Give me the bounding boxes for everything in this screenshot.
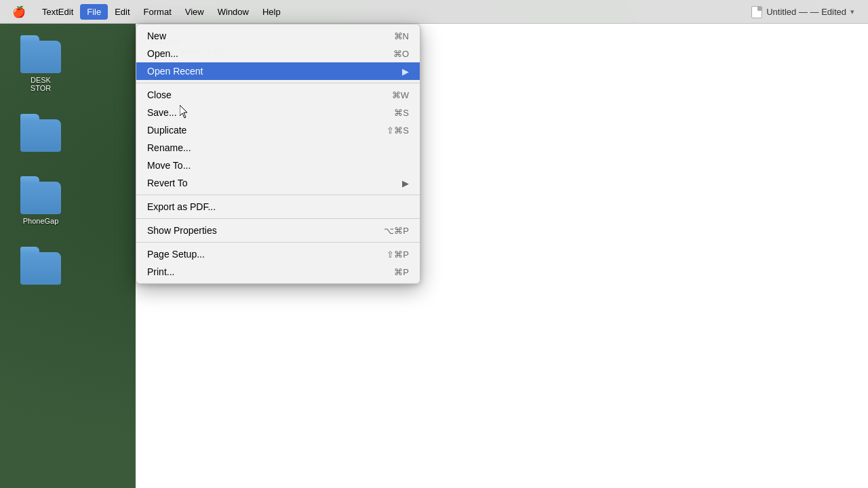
- menubar-format[interactable]: Format: [137, 4, 178, 20]
- desktop-folder-1[interactable]: DESKSTOR: [14, 41, 68, 92]
- desktop-folder-3[interactable]: [14, 252, 68, 287]
- menu-item-revert-to[interactable]: Revert To ▶: [136, 174, 420, 192]
- menu-item-export-pdf[interactable]: Export as PDF...: [136, 198, 420, 216]
- menubar-textedit[interactable]: TextEdit: [35, 4, 80, 20]
- menu-label-duplicate: Duplicate: [147, 125, 186, 136]
- menu-shortcut-page-setup: ⇧⌘P: [387, 249, 409, 260]
- menu-shortcut-open: ⌘O: [393, 49, 409, 59]
- menubar-file[interactable]: File: [80, 4, 108, 20]
- menu-item-move-to[interactable]: Move To...: [136, 157, 420, 174]
- folder-icon-2: [20, 119, 61, 152]
- document-icon: [751, 6, 762, 18]
- separator-2: [136, 195, 420, 195]
- menu-shortcut-print: ⌘P: [394, 267, 409, 277]
- menu-label-open: Open...: [147, 48, 178, 59]
- menu-label-new: New: [147, 30, 166, 41]
- menu-shortcut-revert-to: ▶: [402, 178, 409, 188]
- window-title-name: Untitled: [766, 7, 796, 17]
- menu-label-move-to: Move To...: [147, 160, 191, 171]
- menu-label-export-pdf: Export as PDF...: [147, 201, 216, 212]
- window-title-separator: —: [799, 7, 810, 17]
- menu-shortcut-new: ⌘N: [394, 31, 409, 41]
- menu-shortcut-duplicate: ⇧⌘S: [387, 125, 409, 136]
- menu-label-open-recent: Open Recent: [147, 66, 203, 77]
- window-titlebar: Untitled — — Edited ▾: [751, 0, 854, 24]
- menu-item-open-recent[interactable]: Open Recent ▶: [136, 62, 420, 80]
- desktop-folder-phonegap[interactable]: PhoneGap: [14, 182, 68, 225]
- menu-label-close: Close: [147, 89, 172, 100]
- menu-item-page-setup[interactable]: Page Setup... ⇧⌘P: [136, 245, 420, 263]
- apple-menu[interactable]: 🍎: [5, 3, 33, 21]
- window-title-chevron[interactable]: ▾: [850, 7, 854, 16]
- menubar-help[interactable]: Help: [256, 4, 288, 20]
- menu-label-save: Save...: [147, 107, 177, 118]
- folder-icon-3: [20, 252, 61, 285]
- file-dropdown-menu: New ⌘N Open... ⌘O Open Recent ▶ Close ⌘W…: [136, 24, 420, 284]
- menu-item-new[interactable]: New ⌘N: [136, 27, 420, 45]
- desktop-icons: DESKSTOR PhoneGap: [14, 41, 68, 287]
- menu-shortcut-open-recent: ▶: [402, 66, 409, 77]
- menu-shortcut-save: ⌘S: [394, 108, 409, 118]
- menu-item-rename[interactable]: Rename...: [136, 139, 420, 157]
- menu-item-open[interactable]: Open... ⌘O: [136, 45, 420, 62]
- menu-label-page-setup: Page Setup...: [147, 249, 205, 260]
- menu-shortcut-show-properties: ⌥⌘P: [384, 226, 409, 236]
- desktop-folder-2[interactable]: [14, 119, 68, 155]
- menu-item-save[interactable]: Save... ⌘S: [136, 104, 420, 121]
- separator-3: [136, 218, 420, 219]
- menu-label-print: Print...: [147, 266, 174, 277]
- menu-label-rename: Rename...: [147, 142, 191, 153]
- folder-icon-1: [20, 41, 61, 73]
- menubar: 🍎 TextEdit File Edit Format View Window …: [0, 0, 868, 24]
- menubar-view[interactable]: View: [178, 4, 211, 20]
- menubar-edit[interactable]: Edit: [108, 4, 136, 20]
- menu-item-print[interactable]: Print... ⌘P: [136, 263, 420, 281]
- menu-label-revert-to: Revert To: [147, 178, 188, 188]
- window-title-edited: — Edited: [810, 7, 846, 17]
- folder-label-1: DESKSTOR: [31, 76, 51, 92]
- menu-item-show-properties[interactable]: Show Properties ⌥⌘P: [136, 222, 420, 239]
- menubar-window[interactable]: Window: [211, 4, 256, 20]
- separator-4: [136, 242, 420, 243]
- menu-shortcut-close: ⌘W: [392, 90, 409, 100]
- window-title: Untitled — — Edited: [766, 7, 846, 17]
- menu-label-show-properties: Show Properties: [147, 225, 217, 236]
- separator-1: [136, 83, 420, 83]
- folder-label-phonegap: PhoneGap: [23, 217, 59, 225]
- menu-item-duplicate[interactable]: Duplicate ⇧⌘S: [136, 121, 420, 139]
- folder-icon-phonegap: [20, 182, 61, 214]
- menu-item-close[interactable]: Close ⌘W: [136, 86, 420, 104]
